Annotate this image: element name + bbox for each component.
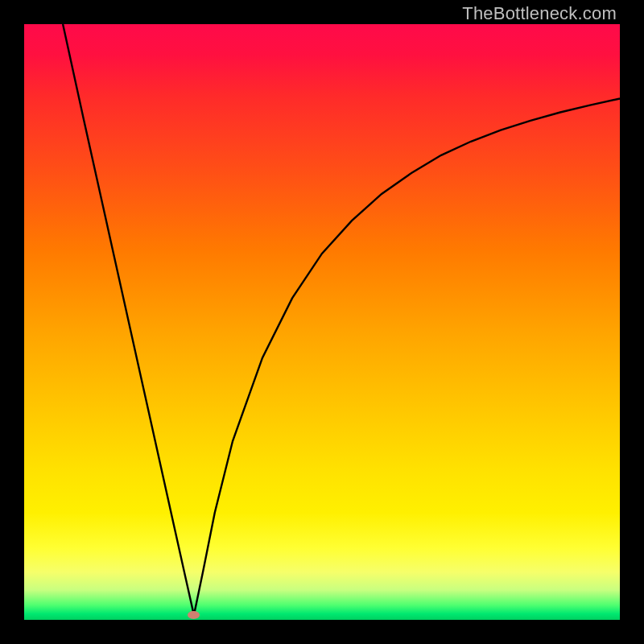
curve-line	[63, 24, 620, 615]
chart-frame: TheBottleneck.com	[0, 0, 644, 644]
bottleneck-curve	[24, 24, 620, 620]
watermark-text: TheBottleneck.com	[462, 3, 617, 24]
